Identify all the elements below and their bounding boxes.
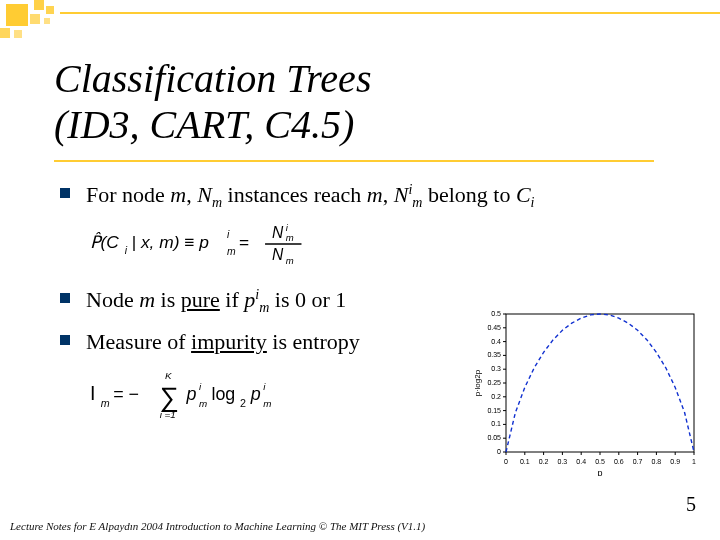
svg-text:N: N <box>272 247 284 264</box>
svg-text:i: i <box>286 222 289 233</box>
svg-text:0: 0 <box>504 458 508 465</box>
t: belong to <box>422 182 516 207</box>
svg-text:0.25: 0.25 <box>487 379 501 386</box>
t: m <box>367 182 383 207</box>
svg-text:p: p <box>250 385 261 405</box>
footer-citation: Lecture Notes for E Alpaydın 2004 Introd… <box>10 520 425 532</box>
svg-text:m: m <box>101 398 110 410</box>
svg-text:0.15: 0.15 <box>487 407 501 414</box>
svg-text:p: p <box>185 385 196 405</box>
bullet-1-text: For node m, Nm instances reach m, Nim be… <box>86 180 534 213</box>
t: N <box>197 182 212 207</box>
svg-text:m: m <box>263 399 271 410</box>
t: , <box>186 182 197 207</box>
svg-text:=: = <box>239 233 249 253</box>
svg-text:0.5: 0.5 <box>595 458 605 465</box>
svg-text:i =1: i =1 <box>160 409 176 420</box>
svg-text:0.2: 0.2 <box>539 458 549 465</box>
slide-corner-decoration <box>0 0 720 40</box>
t: m <box>170 182 186 207</box>
svg-text:m: m <box>199 399 207 410</box>
svg-text:0.05: 0.05 <box>487 434 501 441</box>
t: impurity <box>191 329 267 354</box>
svg-text:log: log <box>211 385 235 405</box>
bullet-3-text: Measure of impurity is entropy <box>86 327 360 357</box>
t: Measure of <box>86 329 191 354</box>
svg-text:I: I <box>90 383 95 405</box>
svg-text:0.8: 0.8 <box>652 458 662 465</box>
bullet-icon <box>60 335 70 345</box>
svg-text:| x, m) ≡ p: | x, m) ≡ p <box>132 233 210 253</box>
svg-text:0.3: 0.3 <box>491 365 501 372</box>
svg-text:0.7: 0.7 <box>633 458 643 465</box>
svg-text:1: 1 <box>692 458 696 465</box>
svg-text:0.1: 0.1 <box>520 458 530 465</box>
svg-text:∑: ∑ <box>160 382 179 412</box>
svg-text:i: i <box>263 381 266 392</box>
svg-text:i: i <box>199 381 202 392</box>
t: m <box>212 195 222 210</box>
svg-text:2: 2 <box>240 398 246 410</box>
svg-text:P̂(C: P̂(C <box>90 232 119 252</box>
svg-text:0.5: 0.5 <box>491 310 501 317</box>
svg-text:0.4: 0.4 <box>576 458 586 465</box>
svg-text:p: p <box>597 468 602 476</box>
svg-text:N: N <box>272 224 284 241</box>
svg-text:m: m <box>286 255 294 266</box>
svg-text:m: m <box>227 247 236 258</box>
t: pure <box>181 287 220 312</box>
t: is entropy <box>267 329 360 354</box>
svg-text:0.45: 0.45 <box>487 324 501 331</box>
entropy-chart: 00.10.20.30.40.50.60.70.80.9100.050.10.1… <box>470 306 700 476</box>
svg-text:0.1: 0.1 <box>491 420 501 427</box>
t: m <box>259 301 269 316</box>
bullet-icon <box>60 293 70 303</box>
svg-text:i: i <box>227 229 230 240</box>
svg-text:0.9: 0.9 <box>670 458 680 465</box>
svg-text:0.4: 0.4 <box>491 338 501 345</box>
title-line1: Classification Trees <box>54 56 371 101</box>
svg-text:0.3: 0.3 <box>558 458 568 465</box>
t: i <box>531 195 535 210</box>
t: instances reach <box>222 182 367 207</box>
svg-text:= −: = − <box>113 385 139 405</box>
title-underline <box>54 160 654 162</box>
t: is <box>155 287 181 312</box>
svg-rect-26 <box>506 314 694 452</box>
t: m <box>412 195 422 210</box>
formula-probability: P̂(C i | x, m) ≡ p i m = N i m N m <box>90 221 680 271</box>
title-line2: (ID3, CART, C4.5) <box>54 102 354 147</box>
svg-text:m: m <box>286 233 294 244</box>
svg-text:0.35: 0.35 <box>487 351 501 358</box>
t: p <box>244 287 255 312</box>
svg-text:0: 0 <box>497 448 501 455</box>
slide-title: Classification Trees (ID3, CART, C4.5) <box>54 56 674 148</box>
t: if <box>220 287 244 312</box>
t: Node <box>86 287 139 312</box>
svg-text:K: K <box>165 370 172 381</box>
bullet-icon <box>60 188 70 198</box>
bullet-2-text: Node m is pure if pim is 0 or 1 <box>86 285 346 318</box>
t: is 0 or 1 <box>269 287 346 312</box>
t: For node <box>86 182 170 207</box>
bullet-1: For node m, Nm instances reach m, Nim be… <box>60 180 680 213</box>
t: C <box>516 182 531 207</box>
page-number: 5 <box>686 493 696 516</box>
t: N <box>394 182 409 207</box>
svg-text:i: i <box>125 245 128 256</box>
t: m <box>139 287 155 312</box>
svg-text:p·log2p: p·log2p <box>473 369 482 396</box>
t: , <box>383 182 394 207</box>
svg-text:0.2: 0.2 <box>491 393 501 400</box>
svg-text:0.6: 0.6 <box>614 458 624 465</box>
